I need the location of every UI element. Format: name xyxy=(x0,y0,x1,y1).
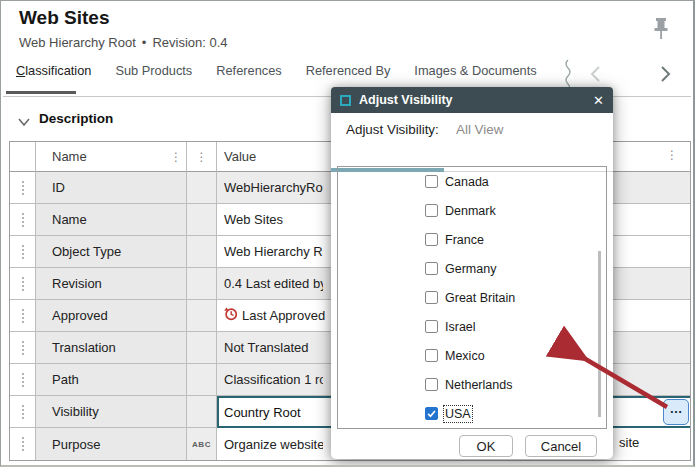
checkbox-france[interactable] xyxy=(425,233,438,246)
attribute-type-cell xyxy=(187,204,217,236)
page-title: Web Sites xyxy=(19,7,109,29)
row-drag-handle[interactable] xyxy=(10,428,36,460)
checkbox-great-britain[interactable] xyxy=(425,291,438,304)
row-drag-handle[interactable] xyxy=(10,332,36,364)
list-item-netherlands: Netherlands xyxy=(338,370,606,399)
attribute-type-cell xyxy=(187,268,217,300)
tab-sub-products[interactable]: Sub Products xyxy=(115,63,192,78)
attribute-name: Visibility xyxy=(36,396,187,428)
list-item-usa: USA xyxy=(338,399,606,428)
active-tab-indicator xyxy=(6,91,76,94)
attribute-name: Name xyxy=(36,204,187,236)
tab-strip: Classification Sub Products References R… xyxy=(16,63,537,78)
history-clock-icon xyxy=(224,307,238,324)
tab-classification[interactable]: Classification xyxy=(16,63,91,78)
dialog-tab-all-view[interactable]: All View xyxy=(456,122,503,137)
attribute-name: Path xyxy=(36,364,187,396)
dialog-window-icon xyxy=(340,95,351,106)
dialog-tab-strip: Adjust Visibility: All View xyxy=(331,113,613,146)
bullet-separator: • xyxy=(142,35,147,50)
attribute-type-cell xyxy=(187,300,217,332)
tab-scroll-right-icon[interactable] xyxy=(658,64,672,88)
row-drag-handle[interactable] xyxy=(10,300,36,332)
visibility-value: Country Root xyxy=(219,405,301,420)
text-type-abc-icon: ABC xyxy=(187,428,217,460)
list-item-france: France xyxy=(338,225,606,254)
revision-label: Revision: 0.4 xyxy=(152,35,227,50)
column-menu-icon[interactable]: ⋮ xyxy=(666,150,678,160)
attribute-type-cell xyxy=(187,364,217,396)
attribute-name: Object Type xyxy=(36,236,187,268)
checkbox-netherlands[interactable] xyxy=(425,378,438,391)
checkbox-canada[interactable] xyxy=(425,175,438,188)
list-item-germany: Germany xyxy=(338,254,606,283)
row-drag-handle[interactable] xyxy=(10,236,36,268)
list-item-israel: Israel xyxy=(338,312,606,341)
cancel-button[interactable]: Cancel xyxy=(525,435,597,457)
section-title: Description xyxy=(39,111,113,126)
section-collapse-chevron-icon[interactable] xyxy=(16,114,32,132)
country-list: Canada Denmark France Germany Great Brit… xyxy=(337,166,607,429)
purpose-value-fragment: site xyxy=(619,435,639,450)
header-grip-cell xyxy=(10,142,36,172)
list-item-great-britain: Great Britain xyxy=(338,283,606,312)
checkbox-usa-checked[interactable] xyxy=(425,407,438,420)
attribute-name: Approved xyxy=(36,300,187,332)
row-drag-handle[interactable] xyxy=(10,172,36,204)
checkbox-mexico[interactable] xyxy=(425,349,438,362)
checkbox-denmark[interactable] xyxy=(425,204,438,217)
object-type-label: Web Hierarchy Root xyxy=(19,35,136,50)
list-item-mexico: Mexico xyxy=(338,341,606,370)
dialog-footer: OK Cancel xyxy=(459,435,597,457)
app-window: Web Sites Web Hierarchy Root•Revision: 0… xyxy=(0,0,695,467)
adjust-visibility-dialog: Adjust Visibility ✕ Adjust Visibility: A… xyxy=(331,87,613,459)
close-icon[interactable]: ✕ xyxy=(593,94,604,107)
open-picker-ellipsis-button[interactable]: … xyxy=(663,399,689,425)
attribute-type-cell xyxy=(187,332,217,364)
attribute-type-cell xyxy=(187,396,217,428)
dialog-title: Adjust Visibility xyxy=(359,93,453,107)
tab-referenced-by[interactable]: Referenced By xyxy=(306,63,391,78)
list-item-denmark: Denmark xyxy=(338,196,606,225)
tab-references[interactable]: References xyxy=(216,63,281,78)
attribute-type-cell xyxy=(187,236,217,268)
tab-images-documents[interactable]: Images & Documents xyxy=(414,63,536,78)
page-subtitle: Web Hierarchy Root•Revision: 0.4 xyxy=(19,35,228,50)
checkbox-israel[interactable] xyxy=(425,320,438,333)
row-drag-handle[interactable] xyxy=(10,364,36,396)
dialog-tab-adjust-visibility[interactable]: Adjust Visibility: xyxy=(346,122,439,137)
name-column-header[interactable]: Name⋮ xyxy=(36,142,187,172)
attribute-name: Revision xyxy=(36,268,187,300)
type-column-header[interactable]: ⋮ xyxy=(187,142,217,172)
row-drag-handle[interactable] xyxy=(10,396,36,428)
attribute-name: Purpose xyxy=(36,428,187,460)
ok-button[interactable]: OK xyxy=(459,435,513,457)
row-drag-handle[interactable] xyxy=(10,204,36,236)
attribute-name: Translation xyxy=(36,332,187,364)
row-drag-handle[interactable] xyxy=(10,268,36,300)
checkbox-germany[interactable] xyxy=(425,262,438,275)
attribute-type-cell xyxy=(187,172,217,204)
list-item-canada: Canada xyxy=(338,167,606,196)
list-scrollbar-thumb[interactable] xyxy=(598,251,601,417)
pin-icon[interactable] xyxy=(651,17,671,47)
tab-scroll-left-icon[interactable] xyxy=(589,64,603,88)
column-menu-icon[interactable]: ⋮ xyxy=(196,152,208,162)
column-menu-icon[interactable]: ⋮ xyxy=(170,152,182,162)
dialog-titlebar[interactable]: Adjust Visibility ✕ xyxy=(331,87,613,113)
attribute-name: ID xyxy=(36,172,187,204)
